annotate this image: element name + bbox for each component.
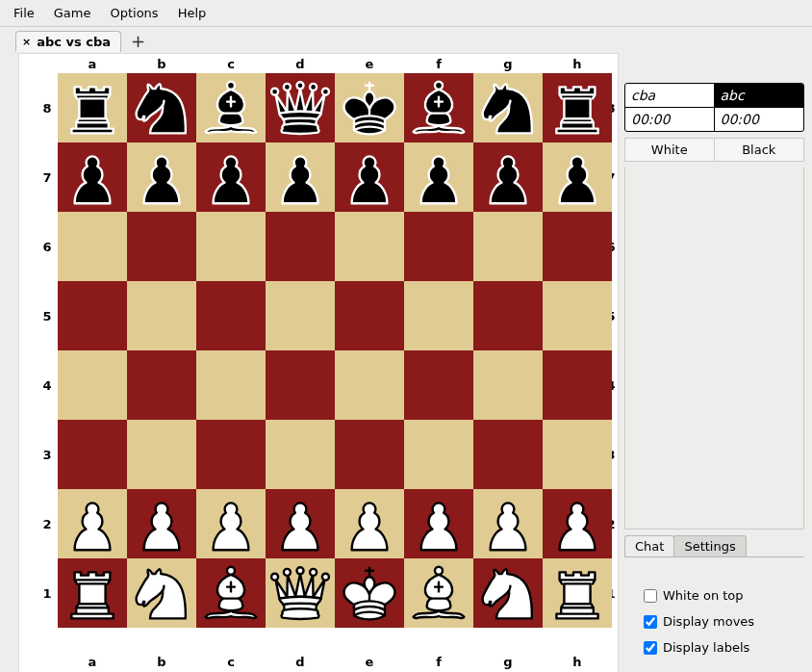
- square-d8[interactable]: [266, 73, 335, 142]
- square-d5[interactable]: [266, 281, 335, 350]
- option-display-moves[interactable]: Display moves: [644, 608, 797, 634]
- black-pawn-icon: [473, 142, 543, 212]
- close-icon[interactable]: ×: [22, 37, 31, 47]
- black-rook-icon: [543, 73, 612, 142]
- square-b5[interactable]: [127, 281, 196, 350]
- checkbox-white-on-top[interactable]: [644, 589, 657, 603]
- square-f8[interactable]: [404, 73, 473, 142]
- square-b7[interactable]: [127, 142, 196, 212]
- black-pawn-icon: [335, 142, 404, 212]
- menu-help[interactable]: Help: [170, 4, 215, 22]
- square-e5[interactable]: [335, 281, 404, 350]
- checkbox-display-moves[interactable]: [644, 615, 657, 629]
- square-f1[interactable]: [404, 558, 473, 628]
- black-knight-icon: [473, 73, 543, 142]
- square-f3[interactable]: [404, 420, 473, 489]
- option-display-labels[interactable]: Display labels: [644, 634, 797, 660]
- square-g5[interactable]: [473, 281, 543, 350]
- menu-file[interactable]: File: [6, 4, 42, 22]
- square-a3[interactable]: [58, 420, 127, 489]
- square-e6[interactable]: [335, 212, 404, 281]
- square-h2[interactable]: [543, 489, 612, 558]
- square-b4[interactable]: [127, 350, 196, 420]
- square-f7[interactable]: [404, 142, 473, 212]
- square-g8[interactable]: [473, 73, 543, 142]
- menu-options[interactable]: Options: [102, 4, 165, 22]
- square-e1[interactable]: [335, 558, 404, 628]
- tab-settings[interactable]: Settings: [673, 535, 746, 556]
- option-white-on-top[interactable]: White on top: [644, 582, 797, 608]
- square-a2[interactable]: [58, 489, 127, 558]
- chess-board[interactable]: [58, 73, 612, 628]
- square-g7[interactable]: [473, 142, 543, 212]
- square-b8[interactable]: [127, 73, 196, 142]
- white-pawn-icon: [266, 489, 335, 558]
- menu-game[interactable]: Game: [46, 4, 99, 22]
- square-c6[interactable]: [196, 212, 266, 281]
- square-h3[interactable]: [543, 420, 612, 489]
- rank-labels-left: 87654321: [38, 73, 56, 628]
- square-d6[interactable]: [266, 212, 335, 281]
- file-label: c: [196, 655, 266, 669]
- square-a6[interactable]: [58, 212, 127, 281]
- square-b6[interactable]: [127, 212, 196, 281]
- square-g6[interactable]: [473, 212, 543, 281]
- tab-chat[interactable]: Chat: [624, 535, 674, 556]
- game-tab-bar: × abc vs cba +: [0, 27, 812, 52]
- square-c5[interactable]: [196, 281, 266, 350]
- square-h1[interactable]: [543, 558, 612, 628]
- square-c4[interactable]: [196, 350, 266, 420]
- square-d1[interactable]: [266, 558, 335, 628]
- square-b3[interactable]: [127, 420, 196, 489]
- file-label: e: [335, 57, 404, 71]
- square-e7[interactable]: [335, 142, 404, 212]
- square-a5[interactable]: [58, 281, 127, 350]
- square-a7[interactable]: [58, 142, 127, 212]
- square-d3[interactable]: [266, 420, 335, 489]
- game-tab[interactable]: × abc vs cba: [15, 31, 121, 52]
- square-b1[interactable]: [127, 558, 196, 628]
- square-c2[interactable]: [196, 489, 266, 558]
- square-h6[interactable]: [543, 212, 612, 281]
- square-h5[interactable]: [543, 281, 612, 350]
- square-h8[interactable]: [543, 73, 612, 142]
- square-f6[interactable]: [404, 212, 473, 281]
- square-g1[interactable]: [473, 558, 543, 628]
- move-list[interactable]: [624, 168, 804, 530]
- checkbox-display-labels[interactable]: [644, 641, 657, 655]
- square-b2[interactable]: [127, 489, 196, 558]
- square-a1[interactable]: [58, 558, 127, 628]
- square-c3[interactable]: [196, 420, 266, 489]
- square-e4[interactable]: [335, 350, 404, 420]
- square-c1[interactable]: [196, 558, 266, 628]
- square-d2[interactable]: [266, 489, 335, 558]
- square-h7[interactable]: [543, 142, 612, 212]
- square-d4[interactable]: [266, 350, 335, 420]
- square-d7[interactable]: [266, 142, 335, 212]
- white-pawn-icon: [196, 489, 266, 558]
- square-c8[interactable]: [196, 73, 266, 142]
- square-g3[interactable]: [473, 420, 543, 489]
- rank-label: 2: [38, 489, 56, 558]
- white-bishop-icon: [196, 558, 266, 628]
- clock-black: 00:00: [715, 108, 804, 131]
- square-g4[interactable]: [473, 350, 543, 420]
- square-h4[interactable]: [543, 350, 612, 420]
- white-knight-icon: [473, 558, 543, 628]
- option-label: Display moves: [663, 614, 754, 629]
- square-c7[interactable]: [196, 142, 266, 212]
- square-f5[interactable]: [404, 281, 473, 350]
- square-f2[interactable]: [404, 489, 473, 558]
- square-a4[interactable]: [58, 350, 127, 420]
- black-pawn-icon: [266, 142, 335, 212]
- square-e3[interactable]: [335, 420, 404, 489]
- square-e2[interactable]: [335, 489, 404, 558]
- square-f4[interactable]: [404, 350, 473, 420]
- square-g2[interactable]: [473, 489, 543, 558]
- black-pawn-icon: [543, 142, 612, 212]
- board-frame: abcdefgh abcdefgh 87654321 87654321: [19, 54, 618, 672]
- square-a8[interactable]: [58, 73, 127, 142]
- option-label: Display labels: [663, 640, 749, 655]
- square-e8[interactable]: [335, 73, 404, 142]
- new-tab-button[interactable]: +: [127, 33, 149, 50]
